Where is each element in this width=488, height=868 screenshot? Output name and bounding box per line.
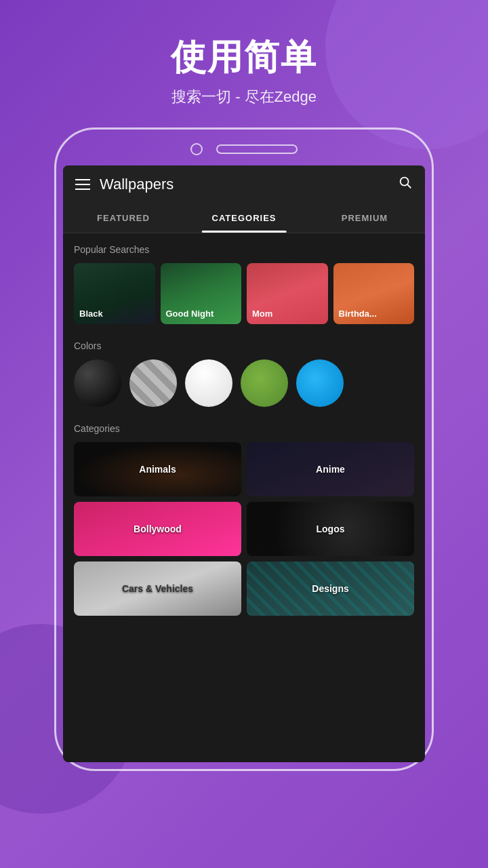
popular-item-black[interactable]: Black (74, 263, 155, 324)
popular-searches-grid: Black Good Night Mom Birthda... (74, 263, 414, 324)
app-screen: Wallpapers FEATURED CATEGORIES PREMIUM (63, 165, 425, 762)
color-blue[interactable] (296, 359, 344, 407)
category-logos[interactable]: Logos (247, 502, 414, 556)
phone-frame: Wallpapers FEATURED CATEGORIES PREMIUM (54, 127, 434, 771)
app-header-left: Wallpapers (75, 176, 174, 193)
tab-premium[interactable]: PREMIUM (304, 203, 425, 233)
colors-title: Colors (74, 340, 414, 351)
category-anime-label: Anime (316, 464, 345, 475)
category-cars[interactable]: Cars & Vehicles (74, 561, 241, 616)
app-header: Wallpapers (63, 165, 425, 203)
popular-item-birthday[interactable]: Birthda... (333, 263, 415, 324)
categories-grid: Animals Anime Bollywood Logos Cars & Veh… (74, 442, 414, 616)
phone-speaker (216, 144, 298, 154)
bg-blob-top (325, 0, 488, 149)
svg-point-0 (401, 178, 409, 186)
svg-line-1 (407, 184, 411, 188)
category-designs-label: Designs (312, 583, 348, 594)
popular-searches-title: Popular Searches (74, 244, 414, 255)
phone-camera (190, 143, 203, 155)
app-content: Popular Searches Black Good Night Mom Bi… (63, 233, 425, 627)
category-logos-label: Logos (317, 524, 345, 534)
hamburger-menu-icon[interactable] (75, 179, 90, 190)
colors-section: Colors (74, 340, 414, 407)
category-bollywood-label: Bollywood (134, 524, 182, 534)
tab-categories[interactable]: CATEGORIES (184, 203, 304, 233)
popular-item-mom-label: Mom (252, 309, 272, 319)
color-black[interactable] (74, 359, 121, 407)
color-white[interactable] (185, 359, 232, 407)
category-animals-label: Animals (139, 464, 176, 475)
popular-item-black-label: Black (79, 309, 103, 319)
color-green[interactable] (241, 359, 288, 407)
popular-item-birthday-label: Birthda... (339, 309, 377, 319)
app-title: Wallpapers (100, 176, 174, 193)
app-tabs: FEATURED CATEGORIES PREMIUM (63, 203, 425, 233)
search-icon[interactable] (398, 175, 413, 194)
colors-row (74, 359, 414, 407)
color-gray[interactable] (129, 359, 177, 407)
categories-section: Categories Animals Anime Bollywood Logos (74, 423, 414, 616)
header-title: 使用简单 (171, 34, 317, 81)
popular-item-mom[interactable]: Mom (247, 263, 328, 324)
category-animals[interactable]: Animals (74, 442, 241, 496)
popular-item-goodnight-label: Good Night (166, 309, 214, 319)
category-bollywood[interactable]: Bollywood (74, 502, 241, 556)
category-anime[interactable]: Anime (247, 442, 414, 496)
categories-section-title: Categories (74, 423, 414, 434)
phone-top-bar (63, 143, 425, 155)
tab-featured[interactable]: FEATURED (63, 203, 184, 233)
header-section: 使用简单 搜索一切 - 尽在Zedge (171, 0, 317, 127)
popular-item-goodnight[interactable]: Good Night (161, 263, 242, 324)
header-subtitle: 搜索一切 - 尽在Zedge (171, 87, 317, 107)
category-cars-label: Cars & Vehicles (122, 583, 193, 594)
category-designs[interactable]: Designs (247, 561, 414, 616)
